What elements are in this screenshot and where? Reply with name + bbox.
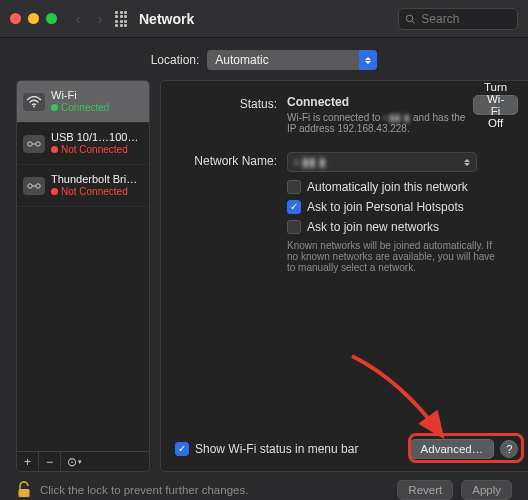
location-value: Automatic xyxy=(215,53,268,67)
join-new-networks-label: Ask to join new networks xyxy=(307,220,439,234)
forward-button[interactable]: › xyxy=(89,8,111,30)
location-select[interactable]: Automatic xyxy=(207,50,377,70)
back-button[interactable]: ‹ xyxy=(67,8,89,30)
auto-join-checkbox[interactable] xyxy=(287,180,301,194)
show-all-prefs-button[interactable] xyxy=(115,11,131,27)
status-dot-icon xyxy=(51,188,58,195)
service-sidebar: Wi-Fi Connected USB 10/1…1000 LAN Not Co… xyxy=(16,80,150,472)
zoom-window-button[interactable] xyxy=(46,13,57,24)
window-title: Network xyxy=(139,11,194,27)
detail-panel: Status: Connected Wi-Fi is connected to … xyxy=(160,80,528,472)
status-description: Wi-Fi is connected to ▪ ▮▮ ▮ and has the… xyxy=(287,112,467,134)
show-menu-bar-checkbox[interactable] xyxy=(175,442,189,456)
search-field[interactable] xyxy=(398,8,518,30)
service-item-thunderbolt[interactable]: Thunderbolt Bridge Not Connected xyxy=(17,165,149,207)
search-input[interactable] xyxy=(419,11,511,27)
status-dot-icon xyxy=(51,104,58,111)
lock-text: Click the lock to prevent further change… xyxy=(40,484,248,496)
service-status: Connected xyxy=(61,102,109,114)
lock-icon[interactable] xyxy=(16,481,32,499)
footer: Click the lock to prevent further change… xyxy=(0,472,528,500)
ethernet-icon xyxy=(23,135,45,153)
svg-rect-9 xyxy=(19,489,30,497)
personal-hotspots-label: Ask to join Personal Hotspots xyxy=(307,200,464,214)
service-item-wifi[interactable]: Wi-Fi Connected xyxy=(17,81,149,123)
help-button[interactable]: ? xyxy=(500,440,518,458)
network-name-select[interactable]: ▪ ▮▮ ▮ xyxy=(287,152,477,172)
apply-button[interactable]: Apply xyxy=(461,480,512,500)
service-status: Not Connected xyxy=(61,144,128,156)
turn-wifi-off-button[interactable]: Turn Wi-Fi Off xyxy=(473,95,518,115)
service-toolbar: + − ⊙▾ xyxy=(16,452,150,472)
revert-button[interactable]: Revert xyxy=(397,480,453,500)
svg-point-2 xyxy=(33,105,35,107)
svg-point-4 xyxy=(36,141,40,145)
close-window-button[interactable] xyxy=(10,13,21,24)
service-actions-button[interactable]: ⊙▾ xyxy=(61,452,88,471)
service-list: Wi-Fi Connected USB 10/1…1000 LAN Not Co… xyxy=(16,80,150,452)
svg-point-3 xyxy=(28,141,32,145)
status-dot-icon xyxy=(51,146,58,153)
svg-point-6 xyxy=(28,183,32,187)
remove-service-button[interactable]: − xyxy=(39,452,61,471)
network-name-label: Network Name: xyxy=(175,152,287,168)
titlebar: ‹ › Network xyxy=(0,0,528,38)
location-label: Location: xyxy=(151,53,200,67)
svg-point-0 xyxy=(406,15,412,21)
status-value: Connected xyxy=(287,95,467,109)
select-stepper-icon xyxy=(460,155,474,169)
join-new-networks-checkbox[interactable] xyxy=(287,220,301,234)
minimize-window-button[interactable] xyxy=(28,13,39,24)
auto-join-label: Automatically join this network xyxy=(307,180,468,194)
service-item-usb-lan[interactable]: USB 10/1…1000 LAN Not Connected xyxy=(17,123,149,165)
location-row: Location: Automatic xyxy=(0,38,528,80)
service-name: USB 10/1…1000 LAN xyxy=(51,131,143,144)
personal-hotspots-checkbox[interactable] xyxy=(287,200,301,214)
thunderbolt-icon xyxy=(23,177,45,195)
search-icon xyxy=(405,13,415,25)
service-name: Wi-Fi xyxy=(51,89,109,102)
show-menu-bar-label: Show Wi-Fi status in menu bar xyxy=(195,442,358,456)
add-service-button[interactable]: + xyxy=(17,452,39,471)
advanced-button[interactable]: Advanced… xyxy=(410,439,495,459)
service-name: Thunderbolt Bridge xyxy=(51,173,143,186)
svg-point-7 xyxy=(36,183,40,187)
wifi-icon xyxy=(23,93,45,111)
window-controls xyxy=(10,13,57,24)
known-networks-note: Known networks will be joined automatica… xyxy=(287,240,497,273)
annotation-arrow-icon xyxy=(342,351,462,451)
status-label: Status: xyxy=(175,95,287,111)
network-name-value: ▪ ▮▮ ▮ xyxy=(294,155,326,169)
service-status: Not Connected xyxy=(61,186,128,198)
svg-line-1 xyxy=(412,20,415,23)
select-stepper-icon xyxy=(359,50,377,70)
